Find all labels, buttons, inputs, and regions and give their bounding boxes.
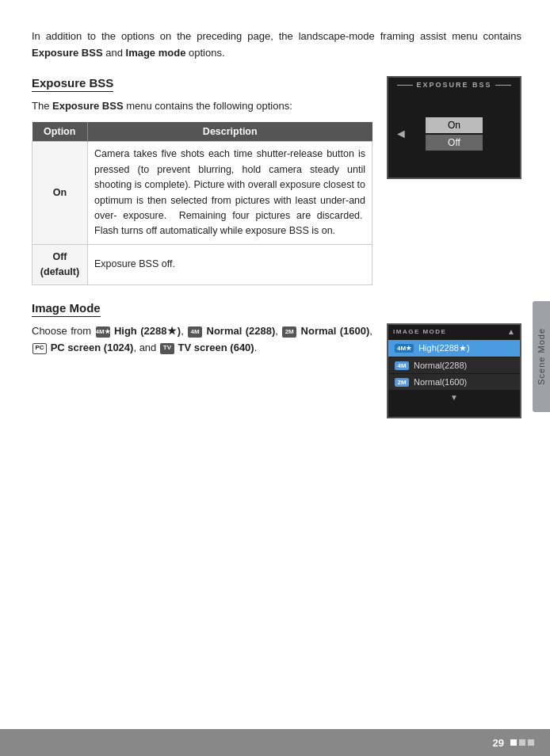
intro-paragraph: In addition to the options on the preced… [32, 29, 521, 62]
side-tab: Scene Mode [533, 301, 550, 412]
option-on: On [32, 142, 88, 244]
table-row: On Camera takes five shots each time shu… [32, 142, 372, 244]
normal2m-label: Normal (1600) [301, 325, 370, 337]
table-row: Off(default) Exposure BSS off. [32, 244, 372, 285]
bottom-bar: 29 [0, 729, 550, 756]
img-mode-item-normal4m: 4M Normal(2288) [388, 357, 520, 373]
img-mode-badge-high: 4M★ [395, 344, 414, 353]
table-header-description: Description [88, 122, 372, 142]
exposure-bss-intro: The Exposure BSS menu contains the follo… [32, 98, 372, 115]
description-on: Camera takes five shots each time shutte… [88, 142, 372, 244]
page-number: 29 [493, 737, 504, 749]
intro-bold1: Exposure BSS [32, 47, 103, 59]
page-dot-2 [519, 739, 525, 746]
intro-text-start: In addition to the options on the preced… [32, 30, 521, 42]
bss-option-off: Off [426, 135, 483, 151]
image-mode-text: Choose from 4M★ High (2288★), 4M Normal … [32, 323, 372, 357]
pc-label: PC screen (1024) [51, 342, 134, 353]
exposure-bss-intro-start: The [32, 100, 52, 112]
bss-arrow-left-icon: ◄ [395, 127, 407, 141]
high-label: High (2288★) [114, 325, 181, 337]
icon-4m-star: 4M★ [96, 326, 110, 338]
exposure-bss-heading: Exposure BSS [32, 76, 113, 92]
bss-option-on: On [426, 117, 483, 133]
img-mode-title: IMAGE MODE [393, 328, 446, 335]
table-header-option: Option [32, 122, 88, 142]
exposure-bss-screen: EXPOSURE BSS On Off ◄ [387, 76, 521, 179]
page: In addition to the options on the preced… [0, 0, 550, 756]
exposure-bss-intro-end: menu contains the following options: [124, 100, 292, 112]
image-mode-heading: Image Mode [32, 301, 101, 317]
description-off: Exposure BSS off. [88, 244, 372, 285]
exposure-bss-section: Exposure BSS The Exposure BSS menu conta… [32, 76, 521, 286]
page-dot-1 [510, 739, 517, 746]
exposure-bss-right: EXPOSURE BSS On Off ◄ [387, 76, 521, 179]
img-mode-label-normal2m: Normal(1600) [414, 377, 467, 387]
option-off: Off(default) [32, 244, 88, 285]
icon-2m: 2M [282, 326, 296, 338]
main-content: In addition to the options on the preced… [0, 0, 550, 756]
exposure-bss-table: Option Description On Camera takes five … [32, 122, 372, 285]
page-indicator [510, 739, 534, 746]
img-mode-item-normal2m: 2M Normal(1600) [388, 374, 520, 390]
normal4m-label: Normal (2288) [207, 325, 276, 337]
image-mode-screen: IMAGE MODE ▲ 4M★ High(2288★) 4M Normal(2… [387, 323, 521, 418]
exposure-bss-intro-bold: Exposure BSS [52, 100, 124, 112]
img-mode-arrow-up-icon: ▲ [507, 327, 515, 336]
side-tab-label: Scene Mode [537, 328, 546, 385]
intro-mid: and [103, 47, 126, 59]
img-mode-badge-normal2m: 2M [395, 378, 409, 387]
image-mode-row: Choose from 4M★ High (2288★), 4M Normal … [32, 323, 521, 418]
img-mode-badge-normal4m: 4M [395, 361, 409, 370]
intro-end: options. [185, 47, 224, 59]
icon-4m: 4M [188, 326, 202, 338]
exposure-bss-left: Exposure BSS The Exposure BSS menu conta… [32, 76, 372, 286]
icon-tv: TV [160, 343, 174, 354]
img-mode-item-high: 4M★ High(2288★) [388, 340, 520, 357]
img-mode-label-normal4m: Normal(2288) [414, 361, 467, 370]
intro-bold2: Image mode [126, 47, 186, 59]
bss-menu: On Off [426, 117, 483, 151]
tv-label: TV screen (640) [178, 342, 254, 353]
img-mode-label-high: High(2288★) [418, 343, 469, 353]
page-dot-3 [528, 739, 534, 746]
image-mode-section: Image Mode Choose from 4M★ High (2288★),… [32, 301, 521, 418]
img-mode-title-bar: IMAGE MODE ▲ [388, 325, 520, 338]
icon-pc: PC [32, 343, 47, 354]
img-mode-arrow-down-icon: ▼ [388, 391, 520, 403]
img-mode-items: 4M★ High(2288★) 4M Normal(2288) 2M Norma… [388, 338, 520, 391]
bss-screen-title: EXPOSURE BSS [388, 81, 520, 89]
image-mode-col-right: IMAGE MODE ▲ 4M★ High(2288★) 4M Normal(2… [387, 323, 521, 418]
